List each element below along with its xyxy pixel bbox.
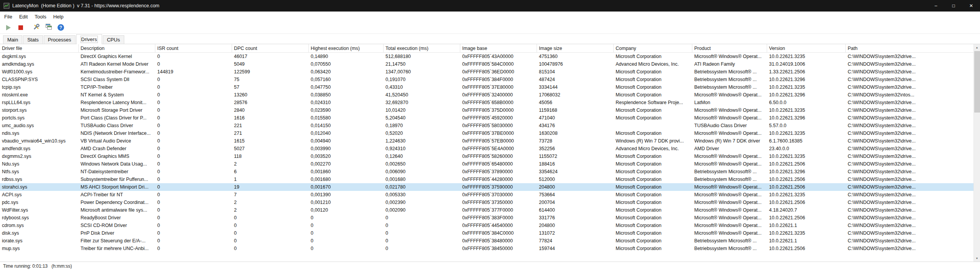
- cell-isr-count: 0: [155, 106, 232, 114]
- table-row-ndu-sys[interactable]: Ndu.sysWindows Network Data Usag...020,0…: [0, 160, 980, 168]
- menu-help[interactable]: Help: [50, 12, 67, 22]
- cell-isr-count: 0: [155, 60, 232, 68]
- column-header-version[interactable]: Version: [767, 44, 846, 52]
- table-row-dxgkrnl-sys[interactable]: dxgkrnl.sysDirectX Graphics Kernel046017…: [0, 53, 980, 60]
- table-row-iorate-sys[interactable]: iorate.sysFilter zur Steuerung der E/A-.…: [0, 237, 980, 245]
- close-button[interactable]: ✕: [962, 0, 980, 12]
- column-header-isr-count[interactable]: ISR count: [155, 44, 232, 52]
- cell-image-base: 0xFFFFF805`65480000: [460, 160, 537, 168]
- column-header-dpc-count[interactable]: DPC count: [232, 44, 309, 52]
- cell-image-size: 3354624: [537, 168, 614, 176]
- scrollbar-thumb[interactable]: [974, 51, 980, 113]
- cell-isr-count: 0: [155, 237, 232, 245]
- options-button[interactable]: [31, 23, 42, 33]
- tab-main[interactable]: Main: [3, 35, 22, 44]
- cell-product: Microsoft® Windows® Operat...: [692, 206, 767, 214]
- cell-description: Treiber für mehrere UNC-Anbi...: [79, 245, 155, 252]
- cell-highest-execution-ms: 0,002270: [309, 160, 384, 168]
- cell-product: Microsoft® Windows® Operat...: [692, 152, 767, 160]
- table-row-pdc-sys[interactable]: pdc.sysPower Dependency Coordinat...020,…: [0, 199, 980, 206]
- table-row-ntoskrnl-exe[interactable]: ntoskrnl.exeNT Kernel & System0132600,03…: [0, 91, 980, 99]
- column-header-total-execution-ms[interactable]: Total execution (ms): [384, 44, 460, 52]
- column-header-image-base[interactable]: Image base: [460, 44, 537, 52]
- start-monitor-button[interactable]: [3, 23, 14, 33]
- table-row-classpnp-sys[interactable]: CLASSPNP.SYSSCSI Class System Dll0750,05…: [0, 76, 980, 83]
- menu-tools[interactable]: Tools: [31, 12, 49, 22]
- table-row-cdrom-sys[interactable]: cdrom.sysSCSI CD-ROM Driver00000xFFFFF80…: [0, 222, 980, 229]
- cell-company: Microsoft Corporation: [614, 176, 692, 183]
- vertical-scrollbar[interactable]: ▲ ▼: [973, 44, 980, 262]
- table-row-acpi-sys[interactable]: ACPI.sysACPI-Treiber für NT070,0013900,0…: [0, 191, 980, 199]
- cell-path: C:\WINDOWS\system32\drive...: [846, 106, 980, 114]
- menu-file[interactable]: File: [1, 12, 16, 22]
- tab-stats[interactable]: Stats: [23, 35, 43, 44]
- titlebar[interactable]: LatencyMon (Home Edition ) v 7.31 - http…: [0, 0, 980, 12]
- cell-company: Microsoft Corporation: [614, 76, 692, 83]
- cell-image-size: 1630208: [537, 129, 614, 137]
- cell-company: Microsoft Corporation: [614, 53, 692, 60]
- cell-isr-count: 0: [155, 114, 232, 122]
- table-row-rdbss-sys[interactable]: rdbss.sysSubsystemtreiber für Pufferun..…: [0, 176, 980, 183]
- table-row-tcpip-sys[interactable]: tcpip.sysTCP/IP-Treiber0570,0477500,4331…: [0, 83, 980, 91]
- cell-highest-execution-ms: 0: [309, 245, 384, 252]
- cell-highest-execution-ms: 0,14890: [309, 53, 384, 60]
- table-row-disk-sys[interactable]: disk.sysPnP Disk Driver00000xFFFFF805`38…: [0, 229, 980, 237]
- table-row-umc-audio-sys[interactable]: umc_audio.sysTUSBAudio Class Driver02210…: [0, 122, 980, 129]
- maximize-button[interactable]: □: [945, 0, 962, 12]
- cell-company: Microsoft Corporation: [614, 199, 692, 206]
- column-header-highest-execution-ms[interactable]: Highest execution (ms): [309, 44, 384, 52]
- play-icon: [6, 25, 11, 30]
- column-header-image-size[interactable]: Image size: [537, 44, 614, 52]
- cell-total-execution-ms: 0,924310: [384, 145, 460, 152]
- cell-version: 10.0.22621.3235: [767, 83, 846, 91]
- cell-highest-execution-ms: 0,001670: [309, 183, 384, 191]
- status-text: Time running: 0:01:13 (h:mm:ss): [3, 263, 72, 269]
- tab-label: Main: [7, 37, 18, 43]
- column-header-company[interactable]: Company: [614, 44, 692, 52]
- scroll-down-button[interactable]: ▼: [974, 255, 980, 262]
- table-row-wdf01000-sys[interactable]: Wdf01000.sysKernelmodustreiber-Framewor.…: [0, 68, 980, 76]
- cell-version: 10.0.22621.1: [767, 237, 846, 245]
- table-row-amdfendr-sys[interactable]: amdfendr.sysAMD Crash Defender050270,003…: [0, 145, 980, 152]
- column-header-description[interactable]: Description: [79, 44, 155, 52]
- cell-version: 10.0.22621.1: [767, 222, 846, 229]
- cell-product: Betriebssystem Microsoft® ...: [692, 245, 767, 252]
- cell-highest-execution-ms: 0,004940: [309, 137, 384, 145]
- table-row-wdfilter-sys[interactable]: WdFilter.sysMicrosoft antimalware file s…: [0, 206, 980, 214]
- cell-dpc-count: 118: [232, 152, 309, 160]
- table-row-rsplll64-sys[interactable]: rspLLL64.sysResplendence Latency Monit..…: [0, 99, 980, 106]
- cell-dpc-count: 5027: [232, 145, 309, 152]
- table-row-mup-sys[interactable]: mup.sysTreiber für mehrere UNC-Anbi...00…: [0, 245, 980, 252]
- scroll-up-button[interactable]: ▲: [974, 44, 980, 51]
- column-header-driver-file[interactable]: Driver file: [0, 44, 79, 52]
- table-row-storport-sys[interactable]: storport.sysMicrosoft Storage Port Drive…: [0, 106, 980, 114]
- table-row-portcls-sys[interactable]: portcls.sysPort Class (Class Driver for …: [0, 114, 980, 122]
- stop-monitor-button[interactable]: [15, 23, 26, 33]
- cell-image-base: 0xFFFFF805`5E4A0000: [460, 145, 537, 152]
- minimize-button[interactable]: –: [927, 0, 945, 12]
- cell-path: C:\WINDOWS\system32\drive...: [846, 83, 980, 91]
- cell-image-size: 100478976: [537, 60, 614, 68]
- table-row-vbaudio-vmvaio64-win10-sys[interactable]: vbaudio_vmvaio64_win10.sysVB Virtual Aud…: [0, 137, 980, 145]
- tab-drivers[interactable]: Drivers: [76, 34, 102, 44]
- app-icon[interactable]: [3, 3, 10, 9]
- table-row-rdyboost-sys[interactable]: rdyboost.sysReadyBoost Driver00000xFFFFF…: [0, 214, 980, 222]
- help-button[interactable]: ?: [55, 23, 66, 33]
- cell-image-size: 4751360: [537, 53, 614, 60]
- table-row-ndis-sys[interactable]: ndis.sysNDIS (Network Driver Interface..…: [0, 129, 980, 137]
- cell-path: C:\WINDOWS\system32\drive...: [846, 160, 980, 168]
- report-button[interactable]: [43, 23, 54, 33]
- cell-path: C:\WINDOWS\system32\drive...: [846, 191, 980, 199]
- table-row-storahci-sys[interactable]: storahci.sysMS AHCI Storport Miniport Dr…: [0, 183, 980, 191]
- cell-product: Betriebssystem Microsoft® ...: [692, 68, 767, 76]
- cell-dpc-count: 19: [232, 183, 309, 191]
- menu-edit[interactable]: Edit: [16, 12, 31, 22]
- column-header-path[interactable]: Path: [846, 44, 980, 52]
- tab-processes[interactable]: Processes: [44, 35, 76, 44]
- tab-cpus[interactable]: CPUs: [103, 35, 124, 44]
- table-row-dxgmms2-sys[interactable]: dxgmms2.sysDirectX Graphics MMS01180,003…: [0, 152, 980, 160]
- column-header-product[interactable]: Product: [692, 44, 767, 52]
- cell-image-size: 512000: [537, 176, 614, 183]
- table-row-ntfs-sys[interactable]: Ntfs.sysNT-Dateisystemtreiber060,0018600…: [0, 168, 980, 176]
- table-row-amdkmdag-sys[interactable]: amdkmdag.sysATI Radeon Kernel Mode Drive…: [0, 60, 980, 68]
